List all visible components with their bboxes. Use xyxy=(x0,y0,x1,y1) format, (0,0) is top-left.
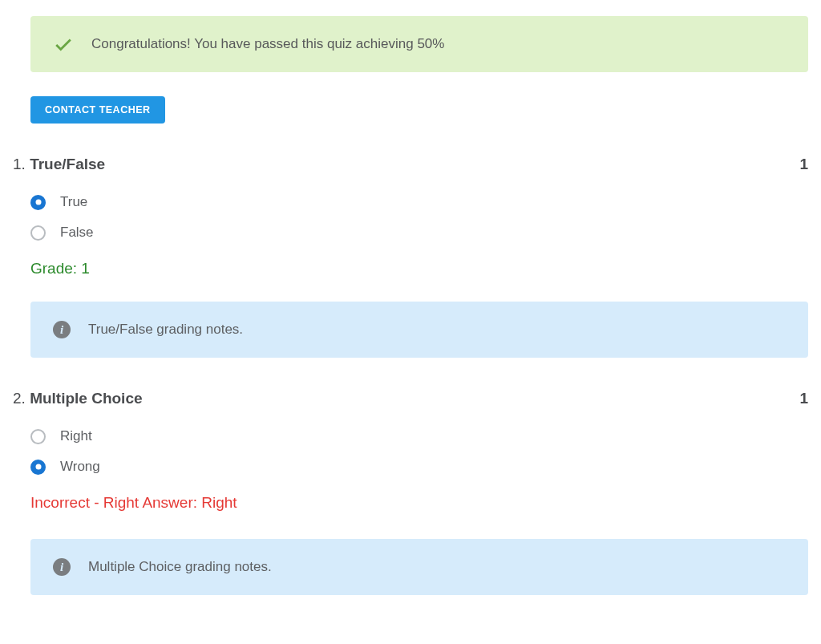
success-banner: Congratulations! You have passed this qu… xyxy=(30,16,808,72)
question-header: 2. Multiple Choice 1 xyxy=(13,390,808,407)
grading-note-text: Multiple Choice grading notes. xyxy=(88,559,272,575)
question-points: 1 xyxy=(799,156,808,173)
option-right[interactable]: Right xyxy=(30,428,808,444)
question-title-text: Multiple Choice xyxy=(30,390,142,407)
question-number: 1. xyxy=(13,156,26,172)
question-title: 2. Multiple Choice xyxy=(13,390,143,407)
radio-icon xyxy=(30,195,46,210)
option-wrong[interactable]: Wrong xyxy=(30,459,808,475)
radio-icon xyxy=(30,429,46,444)
info-icon: i xyxy=(53,321,71,338)
options-list: True False xyxy=(30,194,808,241)
option-true[interactable]: True xyxy=(30,194,808,210)
option-label: Wrong xyxy=(60,459,100,475)
option-label: False xyxy=(60,225,94,241)
grading-note: i Multiple Choice grading notes. xyxy=(30,539,808,595)
question-number: 2. xyxy=(13,390,26,407)
question-title: 1. True/False xyxy=(13,156,105,173)
radio-icon xyxy=(30,460,46,475)
option-false[interactable]: False xyxy=(30,225,808,241)
question-title-text: True/False xyxy=(30,156,105,172)
option-label: True xyxy=(60,194,87,210)
question-header: 1. True/False 1 xyxy=(13,156,808,173)
options-list: Right Wrong xyxy=(30,428,808,475)
check-icon xyxy=(53,34,74,55)
grading-note-text: True/False grading notes. xyxy=(88,322,243,338)
grade-result: Grade: 1 xyxy=(30,260,808,277)
contact-teacher-button[interactable]: CONTACT TEACHER xyxy=(30,96,165,124)
grade-result: Incorrect - Right Answer: Right xyxy=(30,494,808,512)
question-block: 2. Multiple Choice 1 Right Wrong Incorre… xyxy=(13,390,808,595)
radio-icon xyxy=(30,225,46,241)
question-points: 1 xyxy=(799,390,808,407)
info-icon: i xyxy=(53,558,71,576)
question-block: 1. True/False 1 True False Grade: 1 i Tr… xyxy=(13,156,808,358)
option-label: Right xyxy=(60,428,92,444)
grading-note: i True/False grading notes. xyxy=(30,302,808,358)
banner-text: Congratulations! You have passed this qu… xyxy=(91,36,444,52)
